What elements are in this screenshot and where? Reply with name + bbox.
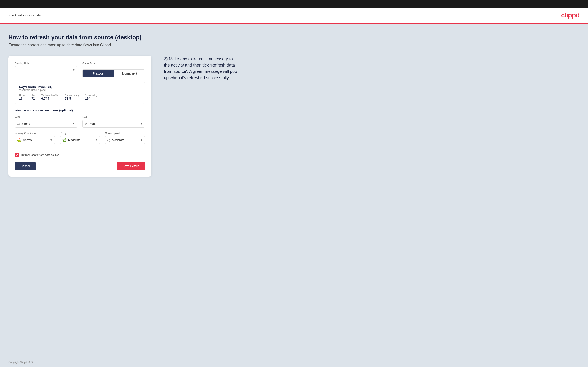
wind-select-wrapper[interactable]: ≋ Strong Light None ▼ [15,120,77,128]
rough-select[interactable]: Moderate Light Heavy [66,136,100,144]
page-heading: How to refresh your data from source (de… [9,34,579,41]
rain-group: Rain ☀ None Light Heavy ▼ [82,116,145,128]
rough-icon: 🌿 [60,138,66,142]
stat-holes: Holes 18 [19,94,25,100]
course-location: Westward Ho!, England [19,89,141,92]
starting-hole-label: Starting Hole [15,62,77,65]
green-speed-icon: ◎ [105,138,110,142]
top-bar [0,0,588,8]
rain-icon: ☀ [83,122,88,126]
form-panel: Starting Hole 1 10 ▼ Game Type Practice … [9,56,151,176]
yards-label: Yards/White (M)) [41,94,59,97]
stat-course-rating: Course rating 72.5 [65,94,79,100]
logo: clippd [561,11,579,19]
fairway-label: Fairway Conditions [15,132,55,135]
fairway-icon: ⛳ [15,138,21,142]
fairway-select[interactable]: Normal Wet Dry [21,136,55,144]
slope-rating-value: 134 [85,97,97,100]
save-details-button[interactable]: Save Details [117,162,145,170]
starting-hole-select-wrapper[interactable]: 1 10 ▼ [15,66,77,74]
green-speed-group: Green Speed ◎ Moderate Fast Slow ▼ [105,132,145,144]
game-type-toggle: Practice Tournament [82,69,145,77]
wind-group: Wind ≋ Strong Light None ▼ [15,116,77,128]
page-subheading: Ensure the correct and most up to date d… [9,43,579,47]
stat-slope-rating: Slope rating 134 [85,94,97,100]
wind-select[interactable]: Strong Light None [20,120,77,127]
holes-value: 18 [19,97,25,100]
fairway-group: Fairway Conditions ⛳ Normal Wet Dry ▼ [15,132,55,144]
cancel-button[interactable]: Cancel [15,162,36,170]
content-area: Starting Hole 1 10 ▼ Game Type Practice … [9,56,579,176]
green-speed-select-wrapper[interactable]: ◎ Moderate Fast Slow ▼ [105,136,145,144]
green-speed-select[interactable]: Moderate Fast Slow [110,136,145,144]
practice-btn[interactable]: Practice [83,70,114,77]
sidebar-note-text: 3) Make any extra edits necessary to the… [164,56,240,81]
course-rating-value: 72.5 [65,97,79,100]
yards-value: 6,744 [41,97,59,100]
conditions-row-1: Wind ≋ Strong Light None ▼ Rain ☀ [15,116,145,128]
course-rating-label: Course rating [65,94,79,97]
game-type-group: Game Type Practice Tournament [82,62,145,77]
holes-label: Holes [19,94,25,97]
stat-par: Par 72 [31,94,35,100]
header: How to refresh your data clippd [0,8,588,24]
refresh-checkbox-label: Refresh shots from data source [21,153,59,156]
game-type-label: Game Type [82,62,145,65]
footer: Copyright Clippd 2022 [0,357,588,367]
par-value: 72 [31,97,35,100]
tournament-btn[interactable]: Tournament [114,70,145,77]
header-title: How to refresh your data [9,14,41,17]
course-info-box: Royal North Devon GC, Westward Ho!, Engl… [15,82,145,104]
rough-group: Rough 🌿 Moderate Light Heavy ▼ [60,132,100,144]
top-form-row: Starting Hole 1 10 ▼ Game Type Practice … [15,62,145,77]
starting-hole-group: Starting Hole 1 10 ▼ [15,62,77,77]
rough-label: Rough [60,132,100,135]
refresh-checkbox[interactable] [15,153,19,157]
form-divider [15,148,145,149]
conditions-title: Weather and course conditions (optional) [15,109,145,112]
course-stats: Holes 18 Par 72 Yards/White (M)) 6,744 C… [19,94,141,100]
main-content: How to refresh your data from source (de… [0,24,588,357]
wind-icon: ≋ [15,122,20,126]
starting-hole-select[interactable]: 1 10 [15,66,77,74]
rough-select-wrapper[interactable]: 🌿 Moderate Light Heavy ▼ [60,136,100,144]
form-actions: Cancel Save Details [15,162,145,170]
copyright-text: Copyright Clippd 2022 [9,361,34,364]
rain-label: Rain [82,116,145,118]
conditions-row-2: Fairway Conditions ⛳ Normal Wet Dry ▼ Ro… [15,132,145,144]
sidebar-note: 3) Make any extra edits necessary to the… [164,56,240,81]
checkmark-icon [16,153,18,156]
stat-yards: Yards/White (M)) 6,744 [41,94,59,100]
slope-rating-label: Slope rating [85,94,97,97]
course-name: Royal North Devon GC, [19,85,141,89]
rain-select-wrapper[interactable]: ☀ None Light Heavy ▼ [82,120,145,128]
refresh-checkbox-row: Refresh shots from data source [15,153,145,157]
wind-label: Wind [15,116,77,118]
fairway-select-wrapper[interactable]: ⛳ Normal Wet Dry ▼ [15,136,55,144]
par-label: Par [31,94,35,97]
rain-select[interactable]: None Light Heavy [88,120,145,127]
green-speed-label: Green Speed [105,132,145,135]
